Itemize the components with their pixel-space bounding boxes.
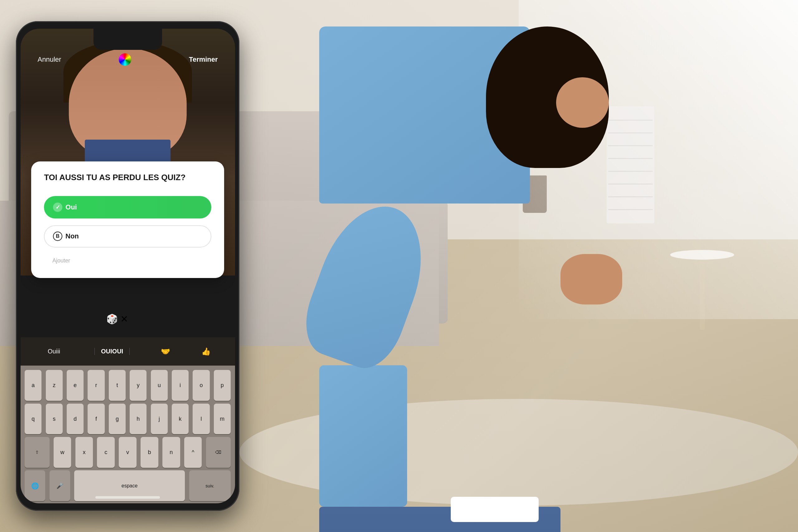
key-p[interactable]: p (214, 370, 231, 401)
key-b[interactable]: b (140, 437, 158, 468)
key-i[interactable]: i (172, 370, 189, 401)
dice-area: 🎲 ✕ (106, 314, 128, 324)
keyboard: a z e r t y u i o p q s d f g h j k (21, 365, 235, 503)
autocomplete-emoji1[interactable]: 🤝 (161, 347, 170, 356)
color-wheel-icon (119, 53, 131, 66)
key-l[interactable]: l (193, 404, 209, 434)
quiz-question: TOI AUSSI TU AS PERDU LES QUIZ? (44, 172, 211, 183)
keyboard-row-3: ⇧ w x c v b n ^ ⌫ (25, 437, 231, 468)
key-q[interactable]: q (25, 404, 41, 434)
key-f[interactable]: f (88, 404, 104, 434)
home-indicator (95, 496, 159, 499)
key-z[interactable]: z (46, 370, 63, 401)
person-hand-phone (560, 254, 622, 304)
shift-key[interactable]: ⇧ (25, 437, 49, 468)
key-r[interactable]: r (88, 370, 104, 401)
key-a[interactable]: a (25, 370, 41, 401)
person-hand-forehead (556, 77, 609, 128)
person-sock (451, 497, 539, 522)
woman-figure (319, 26, 758, 532)
key-k[interactable]: k (172, 404, 189, 434)
autocomplete-middle[interactable]: OUIOUI (94, 348, 130, 355)
key-caret[interactable]: ^ (184, 437, 202, 468)
key-m[interactable]: m (214, 404, 231, 434)
globe-icon: 🌐 (31, 482, 39, 490)
keyboard-row-1: a z e r t y u i o p (25, 370, 231, 401)
quiz-option-b[interactable]: B Non (44, 225, 211, 248)
key-o[interactable]: o (193, 370, 209, 401)
quiz-option-a[interactable]: ✓ Oui (44, 196, 211, 218)
face-shirt (85, 140, 171, 164)
key-s[interactable]: s (46, 404, 63, 434)
key-j[interactable]: j (151, 404, 168, 434)
dice-icon: 🎲 (106, 314, 118, 324)
key-h[interactable]: h (130, 404, 147, 434)
option-b-label: Non (65, 232, 79, 240)
key-g[interactable]: g (109, 404, 126, 434)
key-y[interactable]: y (130, 370, 147, 401)
key-x[interactable]: x (75, 437, 93, 468)
dice-cross-icon: ✕ (120, 314, 128, 324)
key-c[interactable]: c (97, 437, 115, 468)
key-w[interactable]: w (54, 437, 71, 468)
key-v[interactable]: v (119, 437, 136, 468)
option-a-label: Oui (65, 203, 77, 211)
key-d[interactable]: d (67, 404, 83, 434)
option-b-letter: B (53, 231, 62, 241)
person-arm-right (319, 365, 407, 507)
phone-mockup: Annuler Terminer TOI AUSSI TU AS PERDU L… (16, 21, 240, 511)
key-n[interactable]: n (163, 437, 180, 468)
check-icon: ✓ (53, 203, 62, 212)
next-key[interactable]: suiv. (189, 470, 231, 501)
autocomplete-bar: Ouiii OUIOUI 🤝 👍 (21, 337, 235, 365)
cancel-button[interactable]: Annuler (38, 56, 61, 63)
keyboard-row-2: q s d f g h j k l m (25, 404, 231, 434)
delete-key[interactable]: ⌫ (206, 437, 231, 468)
phone-screen: Annuler Terminer TOI AUSSI TU AS PERDU L… (21, 29, 235, 503)
quiz-card: TOI AUSSI TU AS PERDU LES QUIZ? ✓ Oui B … (31, 162, 224, 278)
autocomplete-left[interactable]: Ouiii (44, 348, 63, 355)
phone-notch (93, 29, 162, 50)
globe-key[interactable]: 🌐 (25, 470, 45, 501)
mic-icon: 🎤 (56, 482, 63, 489)
done-button[interactable]: Terminer (189, 56, 218, 63)
autocomplete-emoji2[interactable]: 👍 (202, 347, 211, 356)
key-t[interactable]: t (109, 370, 126, 401)
quiz-add-option[interactable]: Ajouter (44, 254, 211, 267)
key-u[interactable]: u (151, 370, 168, 401)
key-e[interactable]: e (67, 370, 83, 401)
mic-key[interactable]: 🎤 (50, 470, 70, 501)
